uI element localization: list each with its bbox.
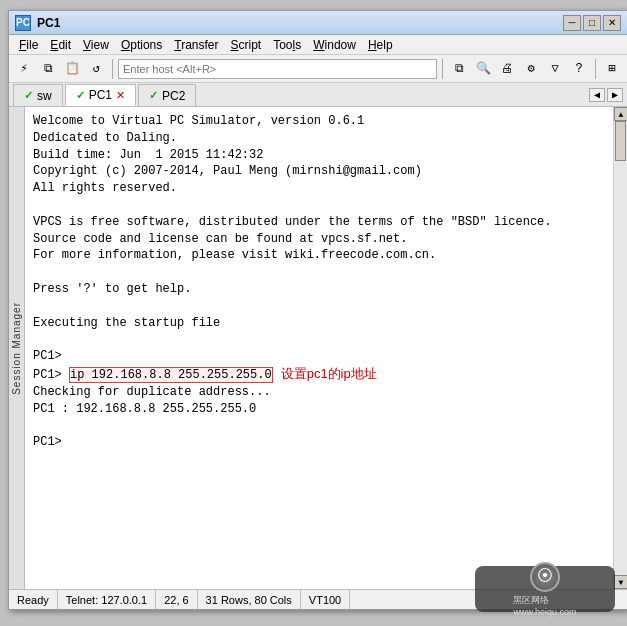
terminal-line-15: PC1> ip 192.168.8.8 255.255.255.0设置pc1的i…	[33, 365, 605, 384]
status-vt: VT100	[301, 590, 350, 609]
terminal-line-4: All rights reserved.	[33, 180, 605, 197]
menu-help[interactable]: Help	[362, 36, 399, 54]
tab-pc2[interactable]: ✓ PC2	[138, 84, 196, 106]
terminal-line-1: Dedicated to Daling.	[33, 130, 605, 147]
terminal-line-6: VPCS is free software, distributed under…	[33, 214, 605, 231]
toolbar-print[interactable]: 🖨	[496, 58, 518, 80]
tab-pc1-check-icon: ✓	[76, 89, 85, 102]
menu-view[interactable]: View	[77, 36, 115, 54]
terminal-line-12: Executing the startup file	[33, 315, 605, 332]
toolbar-find[interactable]: 🔍	[472, 58, 494, 80]
toolbar-separator-3	[595, 59, 596, 79]
toolbar-extra[interactable]: ⊞	[601, 58, 623, 80]
tab-bar: ✓ sw ✓ PC1 ✕ ✓ PC2 ◀ ▶	[9, 83, 627, 107]
toolbar-copy2[interactable]: ⧉	[448, 58, 470, 80]
toolbar-unknown[interactable]: ▽	[544, 58, 566, 80]
toolbar-paste[interactable]: 📋	[61, 58, 83, 80]
watermark-logo: ⦿	[530, 562, 560, 592]
menu-transfer[interactable]: Transfer	[168, 36, 224, 54]
terminal-line-0: Welcome to Virtual PC Simulator, version…	[33, 113, 605, 130]
toolbar-refresh[interactable]: ↺	[85, 58, 107, 80]
tab-next-button[interactable]: ▶	[607, 88, 623, 102]
tab-sw-label: sw	[37, 89, 52, 103]
scrollbar: ▲ ▼	[613, 107, 627, 589]
highlighted-command: ip 192.168.8.8 255.255.255.0	[69, 367, 273, 383]
menu-bar: File Edit View Options Transfer Script T…	[9, 35, 627, 55]
minimize-button[interactable]: ─	[563, 15, 581, 31]
scroll-down-button[interactable]: ▼	[614, 575, 627, 589]
toolbar-help[interactable]: ?	[568, 58, 590, 80]
terminal-line-14: PC1>	[33, 348, 605, 365]
tab-sw-check-icon: ✓	[24, 89, 33, 102]
watermark: ⦿ 黑区网络 www.heiqu.com	[475, 566, 615, 612]
maximize-button[interactable]: □	[583, 15, 601, 31]
window-icon: PC	[15, 15, 31, 31]
title-bar: PC PC1 ─ □ ✕	[9, 11, 627, 35]
status-cursor: 22, 6	[156, 590, 197, 609]
menu-script[interactable]: Script	[225, 36, 268, 54]
close-button[interactable]: ✕	[603, 15, 621, 31]
address-input[interactable]	[118, 59, 437, 79]
tab-pc1-close-icon[interactable]: ✕	[116, 89, 125, 102]
terminal-line-10: Press '?' to get help.	[33, 281, 605, 298]
terminal[interactable]: Welcome to Virtual PC Simulator, version…	[25, 107, 613, 589]
terminal-line-5	[33, 197, 605, 214]
status-ready: Ready	[15, 590, 58, 609]
session-manager-label: Session Manager	[11, 302, 22, 395]
terminal-line-3: Copyright (c) 2007-2014, Paul Meng (mirn…	[33, 163, 605, 180]
toolbar-lightning[interactable]: ⚡	[13, 58, 35, 80]
tab-pc2-check-icon: ✓	[149, 89, 158, 102]
status-rows-cols: 31 Rows, 80 Cols	[198, 590, 301, 609]
menu-edit[interactable]: Edit	[44, 36, 77, 54]
scroll-up-button[interactable]: ▲	[614, 107, 627, 121]
status-telnet: Telnet: 127.0.0.1	[58, 590, 156, 609]
window-title: PC1	[37, 16, 563, 30]
menu-options[interactable]: Options	[115, 36, 168, 54]
menu-window[interactable]: Window	[307, 36, 362, 54]
tab-pc1-label: PC1	[89, 88, 112, 102]
main-window: PC PC1 ─ □ ✕ File Edit View Options Tran…	[8, 10, 627, 610]
terminal-line-2: Build time: Jun 1 2015 11:42:32	[33, 147, 605, 164]
tab-sw[interactable]: ✓ sw	[13, 84, 63, 106]
menu-file[interactable]: File	[13, 36, 44, 54]
terminal-line-13	[33, 331, 605, 348]
toolbar-separator-2	[442, 59, 443, 79]
terminal-line-8: For more information, please visit wiki.…	[33, 247, 605, 264]
terminal-line-18	[33, 417, 605, 434]
terminal-line-11	[33, 298, 605, 315]
content-area: Session Manager Welcome to Virtual PC Si…	[9, 107, 627, 589]
terminal-line-7: Source code and license can be found at …	[33, 231, 605, 248]
terminal-line-19: PC1>	[33, 434, 605, 451]
session-sidebar: Session Manager	[9, 107, 25, 589]
tab-pc1[interactable]: ✓ PC1 ✕	[65, 84, 136, 106]
terminal-line-16: Checking for duplicate address...	[33, 384, 605, 401]
toolbar: ⚡ ⧉ 📋 ↺ ⧉ 🔍 🖨 ⚙ ▽ ? ⊞	[9, 55, 627, 83]
tab-pc2-label: PC2	[162, 89, 185, 103]
title-controls: ─ □ ✕	[563, 15, 621, 31]
terminal-wrapper: Welcome to Virtual PC Simulator, version…	[25, 107, 613, 589]
watermark-text: 黑区网络 www.heiqu.com	[513, 594, 576, 617]
scroll-track[interactable]	[614, 121, 627, 575]
command-annotation: 设置pc1的ip地址	[281, 366, 377, 381]
toolbar-separator-1	[112, 59, 113, 79]
watermark-inner: ⦿ 黑区网络 www.heiqu.com	[513, 562, 576, 617]
terminal-line-17: PC1 : 192.168.8.8 255.255.255.0	[33, 401, 605, 418]
terminal-line-9	[33, 264, 605, 281]
tab-navigation: ◀ ▶	[589, 88, 623, 102]
tab-prev-button[interactable]: ◀	[589, 88, 605, 102]
toolbar-copy[interactable]: ⧉	[37, 58, 59, 80]
toolbar-settings[interactable]: ⚙	[520, 58, 542, 80]
scroll-thumb[interactable]	[615, 121, 626, 161]
menu-tools[interactable]: Tools	[267, 36, 307, 54]
